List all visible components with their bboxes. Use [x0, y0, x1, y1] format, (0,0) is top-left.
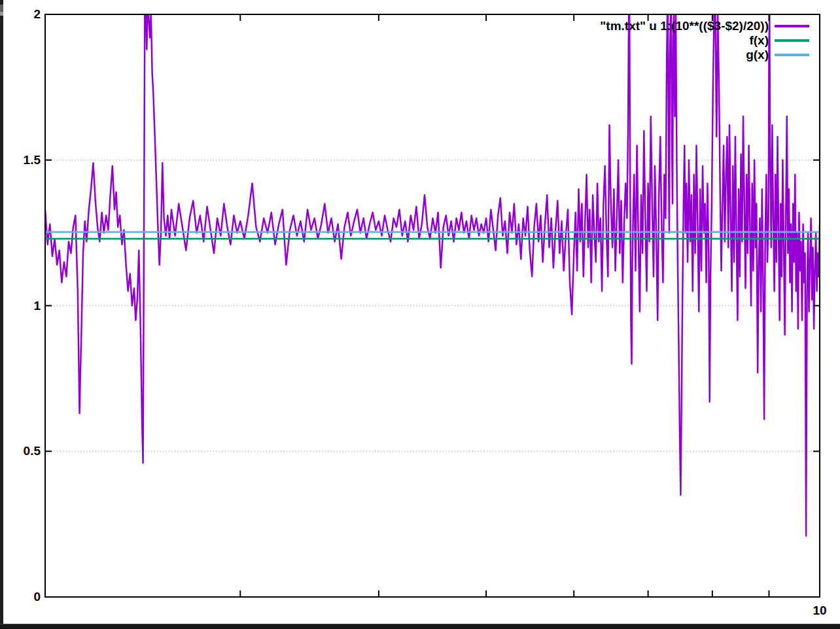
y-tick-label: 2 [0, 8, 41, 21]
legend-entry: "tm.txt" u 1:(10**(($3-$2)/20)) [600, 19, 809, 33]
legend-entry-label: "tm.txt" u 1:(10**(($3-$2)/20)) [600, 19, 769, 33]
legend-line-sample [775, 25, 809, 27]
window-bottom-edge [0, 624, 840, 629]
y-tick-label: 1.5 [0, 154, 41, 167]
legend-entry: g(x) [600, 48, 809, 62]
legend: "tm.txt" u 1:(10**(($3-$2)/20))f(x)g(x) [600, 19, 809, 62]
x-tick-label: 10 [800, 604, 839, 617]
y-tick-label: 0 [0, 590, 41, 604]
y-tick-label: 0.5 [0, 445, 41, 458]
legend-entry-label: g(x) [746, 48, 769, 62]
y-tick-label: 1 [0, 299, 41, 313]
plot-border [45, 14, 820, 597]
legend-entry-label: f(x) [749, 33, 769, 48]
window-left-edge [0, 0, 3, 629]
window-edge-notch [0, 12, 3, 16]
legend-line-sample [775, 39, 809, 42]
data-series-line [45, 14, 820, 536]
legend-line-sample [775, 54, 809, 56]
plot-canvas [0, 0, 840, 629]
legend-entry: f(x) [600, 33, 809, 48]
window-edge-notch [0, 5, 3, 12]
gnuplot-window: 00.511.5210 "tm.txt" u 1:(10**(($3-$2)/2… [0, 0, 840, 629]
